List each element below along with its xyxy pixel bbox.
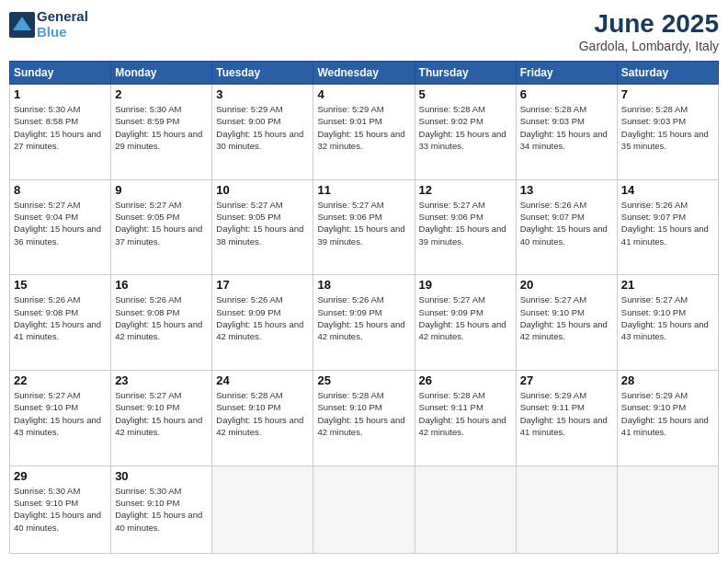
day-number: 16 xyxy=(115,278,208,292)
day-number: 10 xyxy=(216,183,309,197)
col-header-friday: Friday xyxy=(516,62,617,85)
day-info: Sunrise: 5:27 AMSunset: 9:10 PMDaylight:… xyxy=(621,293,714,342)
calendar-cell: 13Sunrise: 5:26 AMSunset: 9:07 PMDayligh… xyxy=(516,179,617,275)
logo-blue: Blue xyxy=(37,25,88,40)
calendar-cell: 3Sunrise: 5:29 AMSunset: 9:00 PMDaylight… xyxy=(212,85,313,180)
day-number: 2 xyxy=(115,87,208,101)
day-number: 17 xyxy=(216,278,309,292)
col-header-tuesday: Tuesday xyxy=(212,62,313,85)
day-info: Sunrise: 5:27 AMSunset: 9:10 PMDaylight:… xyxy=(14,389,107,438)
day-info: Sunrise: 5:26 AMSunset: 9:08 PMDaylight:… xyxy=(14,293,107,342)
day-info: Sunrise: 5:30 AMSunset: 9:10 PMDaylight:… xyxy=(14,485,107,534)
day-number: 21 xyxy=(621,278,714,292)
calendar-cell: 18Sunrise: 5:26 AMSunset: 9:09 PMDayligh… xyxy=(313,275,415,371)
logo: General Blue xyxy=(9,9,88,40)
calendar-cell: 2Sunrise: 5:30 AMSunset: 8:59 PMDaylight… xyxy=(111,85,212,180)
calendar-cell xyxy=(516,465,617,553)
calendar-cell: 14Sunrise: 5:26 AMSunset: 9:07 PMDayligh… xyxy=(617,179,718,275)
page: General Blue June 2025 Gardola, Lombardy… xyxy=(0,0,728,563)
day-number: 12 xyxy=(419,183,512,197)
day-info: Sunrise: 5:27 AMSunset: 9:06 PMDaylight:… xyxy=(317,199,410,247)
calendar-cell: 17Sunrise: 5:26 AMSunset: 9:09 PMDayligh… xyxy=(212,275,313,371)
day-info: Sunrise: 5:30 AMSunset: 8:58 PMDaylight:… xyxy=(14,103,107,152)
day-number: 19 xyxy=(419,278,512,292)
day-number: 29 xyxy=(14,469,107,483)
day-info: Sunrise: 5:29 AMSunset: 9:00 PMDaylight:… xyxy=(216,103,309,152)
day-info: Sunrise: 5:27 AMSunset: 9:09 PMDaylight:… xyxy=(419,293,512,342)
day-number: 13 xyxy=(520,183,613,197)
day-info: Sunrise: 5:27 AMSunset: 9:06 PMDaylight:… xyxy=(419,199,512,247)
day-info: Sunrise: 5:26 AMSunset: 9:07 PMDaylight:… xyxy=(520,199,613,247)
day-info: Sunrise: 5:27 AMSunset: 9:05 PMDaylight:… xyxy=(216,199,309,247)
calendar-cell: 25Sunrise: 5:28 AMSunset: 9:10 PMDayligh… xyxy=(313,371,415,466)
day-info: Sunrise: 5:27 AMSunset: 9:05 PMDaylight:… xyxy=(115,199,208,247)
calendar-cell xyxy=(313,465,415,553)
calendar-cell: 1Sunrise: 5:30 AMSunset: 8:58 PMDaylight… xyxy=(10,85,111,180)
day-number: 4 xyxy=(317,87,410,101)
col-header-sunday: Sunday xyxy=(10,62,111,85)
day-number: 1 xyxy=(14,87,107,101)
calendar-cell: 27Sunrise: 5:29 AMSunset: 9:11 PMDayligh… xyxy=(516,371,617,466)
day-number: 30 xyxy=(115,469,208,483)
day-number: 25 xyxy=(317,373,410,387)
calendar-cell: 26Sunrise: 5:28 AMSunset: 9:11 PMDayligh… xyxy=(415,371,516,466)
logo-icon xyxy=(9,12,35,38)
day-info: Sunrise: 5:28 AMSunset: 9:10 PMDaylight:… xyxy=(216,389,309,438)
calendar-cell: 8Sunrise: 5:27 AMSunset: 9:04 PMDaylight… xyxy=(10,179,111,275)
day-number: 14 xyxy=(621,183,714,197)
day-number: 3 xyxy=(216,87,309,101)
day-info: Sunrise: 5:28 AMSunset: 9:02 PMDaylight:… xyxy=(419,103,512,152)
day-number: 28 xyxy=(621,373,714,387)
day-number: 23 xyxy=(115,373,208,387)
logo-general: General xyxy=(37,9,88,25)
calendar-cell xyxy=(617,465,718,553)
day-number: 7 xyxy=(621,87,714,101)
calendar-cell: 10Sunrise: 5:27 AMSunset: 9:05 PMDayligh… xyxy=(212,179,313,275)
day-number: 27 xyxy=(520,373,613,387)
calendar-cell: 30Sunrise: 5:30 AMSunset: 9:10 PMDayligh… xyxy=(111,465,212,553)
col-header-saturday: Saturday xyxy=(617,62,718,85)
day-info: Sunrise: 5:29 AMSunset: 9:01 PMDaylight:… xyxy=(317,103,410,152)
calendar-cell: 23Sunrise: 5:27 AMSunset: 9:10 PMDayligh… xyxy=(111,371,212,466)
day-number: 11 xyxy=(317,183,410,197)
col-header-monday: Monday xyxy=(111,62,212,85)
day-number: 5 xyxy=(419,87,512,101)
day-info: Sunrise: 5:26 AMSunset: 9:07 PMDaylight:… xyxy=(621,199,714,247)
day-number: 22 xyxy=(14,373,107,387)
calendar-cell: 11Sunrise: 5:27 AMSunset: 9:06 PMDayligh… xyxy=(313,179,415,275)
calendar-cell: 6Sunrise: 5:28 AMSunset: 9:03 PMDaylight… xyxy=(516,85,617,180)
calendar-cell: 16Sunrise: 5:26 AMSunset: 9:08 PMDayligh… xyxy=(111,275,212,371)
day-number: 20 xyxy=(520,278,613,292)
day-number: 24 xyxy=(216,373,309,387)
col-header-wednesday: Wednesday xyxy=(313,62,415,85)
day-info: Sunrise: 5:30 AMSunset: 9:10 PMDaylight:… xyxy=(115,485,208,534)
day-info: Sunrise: 5:26 AMSunset: 9:09 PMDaylight:… xyxy=(317,293,410,342)
location: Gardola, Lombardy, Italy xyxy=(579,39,719,53)
day-info: Sunrise: 5:26 AMSunset: 9:09 PMDaylight:… xyxy=(216,293,309,342)
day-number: 8 xyxy=(14,183,107,197)
day-info: Sunrise: 5:29 AMSunset: 9:11 PMDaylight:… xyxy=(520,389,613,438)
calendar-cell: 12Sunrise: 5:27 AMSunset: 9:06 PMDayligh… xyxy=(415,179,516,275)
calendar-cell: 24Sunrise: 5:28 AMSunset: 9:10 PMDayligh… xyxy=(212,371,313,466)
calendar-cell: 5Sunrise: 5:28 AMSunset: 9:02 PMDaylight… xyxy=(415,85,516,180)
day-info: Sunrise: 5:28 AMSunset: 9:11 PMDaylight:… xyxy=(419,389,512,438)
calendar-cell xyxy=(212,465,313,553)
calendar-cell: 7Sunrise: 5:28 AMSunset: 9:03 PMDaylight… xyxy=(617,85,718,180)
calendar-table: SundayMondayTuesdayWednesdayThursdayFrid… xyxy=(9,61,719,554)
title-section: June 2025 Gardola, Lombardy, Italy xyxy=(579,9,719,53)
calendar-cell: 15Sunrise: 5:26 AMSunset: 9:08 PMDayligh… xyxy=(10,275,111,371)
day-info: Sunrise: 5:27 AMSunset: 9:04 PMDaylight:… xyxy=(14,199,107,247)
day-info: Sunrise: 5:28 AMSunset: 9:03 PMDaylight:… xyxy=(520,103,613,152)
calendar-cell xyxy=(415,465,516,553)
calendar-cell: 9Sunrise: 5:27 AMSunset: 9:05 PMDaylight… xyxy=(111,179,212,275)
calendar-cell: 19Sunrise: 5:27 AMSunset: 9:09 PMDayligh… xyxy=(415,275,516,371)
calendar-cell: 22Sunrise: 5:27 AMSunset: 9:10 PMDayligh… xyxy=(10,371,111,466)
day-info: Sunrise: 5:29 AMSunset: 9:10 PMDaylight:… xyxy=(621,389,714,438)
calendar-cell: 29Sunrise: 5:30 AMSunset: 9:10 PMDayligh… xyxy=(10,465,111,553)
day-info: Sunrise: 5:28 AMSunset: 9:10 PMDaylight:… xyxy=(317,389,410,438)
col-header-thursday: Thursday xyxy=(415,62,516,85)
day-info: Sunrise: 5:27 AMSunset: 9:10 PMDaylight:… xyxy=(520,293,613,342)
month-title: June 2025 xyxy=(579,9,719,39)
day-number: 26 xyxy=(419,373,512,387)
day-info: Sunrise: 5:30 AMSunset: 8:59 PMDaylight:… xyxy=(115,103,208,152)
